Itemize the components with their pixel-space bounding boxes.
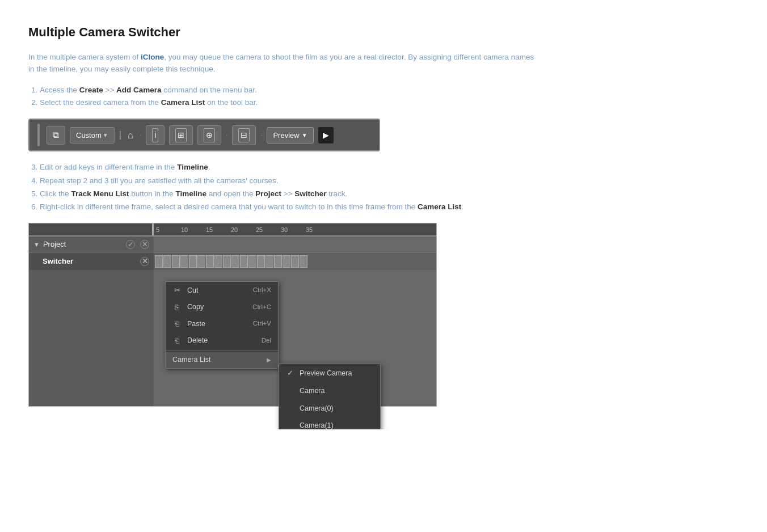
toolbar: ⧉ Custom ▼ | ⌂ · i ⊞ ⊕ · ⊟ · Preview ▼ ▶ <box>28 119 380 151</box>
switcher-row: Switcher ✕ <box>29 252 436 270</box>
ctx-camera-list-label: Camera List <box>172 354 261 365</box>
mark-30: 30 <box>281 225 306 235</box>
separator-1: | <box>119 128 121 142</box>
step-6: Right-click in different time frame, sel… <box>40 201 739 213</box>
sw-block <box>197 255 205 268</box>
delete-icon: ⎗ <box>172 335 182 347</box>
camera-submenu: ✓ Preview Camera Camera Camera(0) Camera… <box>279 364 381 429</box>
copy-button[interactable]: ⧉ <box>47 126 65 145</box>
grid-icon: ⊟ <box>238 128 250 142</box>
sub-camera[interactable]: Camera <box>279 382 380 400</box>
project-label: Project <box>43 239 66 250</box>
info-button[interactable]: i <box>146 125 165 145</box>
layers-button[interactable]: ⊕ <box>197 125 221 145</box>
sw-block <box>180 255 188 268</box>
ctx-paste-shortcut: Ctrl+V <box>253 319 271 328</box>
sub-camera-1-label: Camera(1) <box>300 420 334 429</box>
step-4: Repeat step 2 and 3 till you are satisfi… <box>40 175 739 187</box>
step-1: Access the Create >> Add Camera command … <box>40 85 739 96</box>
preview-arrow-icon: ▼ <box>302 131 307 140</box>
toolbar-divider <box>37 124 40 146</box>
sw-block <box>206 255 214 268</box>
check-icon: ✓ <box>287 368 295 379</box>
switcher-blocks <box>154 252 436 270</box>
timeline-body: ✂ Cut Ctrl+X ⎘ Copy Ctrl+C ⎗ Paste Ctrl+… <box>29 270 436 406</box>
steps-top-list: Access the Create >> Add Camera command … <box>28 85 739 109</box>
timeline-sidebar <box>29 270 154 406</box>
switcher-label-area: Switcher ✕ <box>29 252 154 270</box>
ctx-cut-label: Cut <box>187 285 247 296</box>
sw-block <box>240 255 248 268</box>
project-close-icon[interactable]: ✕ <box>140 240 149 249</box>
sw-block <box>274 255 282 268</box>
collapse-icon[interactable]: ▼ <box>33 240 40 250</box>
mark-15: 15 <box>206 225 231 235</box>
page-title: Multiple Camera Switcher <box>28 23 739 41</box>
switcher-track <box>154 252 436 270</box>
ctx-paste[interactable]: ⎗ Paste Ctrl+V <box>166 315 278 332</box>
sw-block <box>231 255 239 268</box>
intro-paragraph: In the multiple camera system of iClone,… <box>28 52 539 75</box>
context-menu: ✂ Cut Ctrl+X ⎘ Copy Ctrl+C ⎗ Paste Ctrl+… <box>165 281 279 369</box>
project-label-area: ▼ Project ✓ ✕ <box>29 237 154 252</box>
ctx-delete[interactable]: ⎗ Delete Del <box>166 332 278 349</box>
tl-number-row: 5 10 15 20 25 30 35 <box>154 223 436 235</box>
mark-25: 25 <box>256 225 281 235</box>
step-3: Edit or add keys in different frame in t… <box>40 162 739 173</box>
add-button[interactable]: ⊞ <box>169 125 193 145</box>
mark-10: 10 <box>181 225 206 235</box>
paste-icon: ⎗ <box>172 318 182 330</box>
copy-ctx-icon: ⎘ <box>172 302 182 313</box>
mark-35: 35 <box>306 225 331 235</box>
mark-5: 5 <box>156 225 181 235</box>
sub-preview-camera[interactable]: ✓ Preview Camera <box>279 364 380 382</box>
submenu-arrow-icon: ▶ <box>267 356 271 364</box>
tl-mark-spacing: 5 10 15 20 25 30 35 <box>156 223 331 235</box>
preview-dropdown[interactable]: Preview ▼ <box>267 127 313 144</box>
preview-label: Preview <box>273 130 299 141</box>
sw-block <box>266 255 273 268</box>
custom-dropdown[interactable]: Custom ▼ <box>70 127 115 144</box>
add-icon: ⊞ <box>175 128 187 142</box>
info-icon: i <box>152 128 158 142</box>
dropdown-arrow-icon: ▼ <box>103 131 108 140</box>
steps-bottom-list: Edit or add keys in different frame in t… <box>28 162 739 213</box>
play-cursor <box>152 223 154 235</box>
sw-block <box>163 255 171 268</box>
timeline-marker-row: 5 10 15 20 25 30 35 <box>29 223 436 236</box>
project-track <box>154 237 436 252</box>
sw-block <box>257 255 265 268</box>
home-icon[interactable]: ⌂ <box>126 127 135 144</box>
sw-block <box>214 255 222 268</box>
switcher-close-icon[interactable]: ✕ <box>140 257 149 266</box>
sw-block <box>300 255 307 268</box>
sw-block <box>291 255 299 268</box>
ctx-paste-label: Paste <box>187 319 247 330</box>
project-row: ▼ Project ✓ ✕ <box>29 236 436 252</box>
ctx-cut[interactable]: ✂ Cut Ctrl+X <box>166 282 278 299</box>
cut-icon: ✂ <box>172 285 182 296</box>
grid-button[interactable]: ⊟ <box>232 125 256 145</box>
camera-button[interactable]: ▶ <box>318 127 334 143</box>
ctx-delete-label: Delete <box>187 335 256 346</box>
step-5: Click the Track Menu List button in the … <box>40 188 739 200</box>
sub-camera-label: Camera <box>300 386 324 396</box>
ctx-cut-shortcut: Ctrl+X <box>253 285 271 295</box>
separator-4: · <box>260 130 262 140</box>
ctx-delete-shortcut: Del <box>262 336 271 345</box>
separator-3: · <box>226 130 227 140</box>
timeline-content: ✂ Cut Ctrl+X ⎘ Copy Ctrl+C ⎗ Paste Ctrl+… <box>154 270 436 406</box>
sub-camera-0-label: Camera(0) <box>300 403 334 414</box>
layers-icon: ⊕ <box>204 128 215 142</box>
step-2: Select the desired camera from the Camer… <box>40 97 739 108</box>
project-check-icon[interactable]: ✓ <box>126 240 135 249</box>
mark-20: 20 <box>231 225 256 235</box>
ctx-separator <box>166 350 278 351</box>
camera-icon: ▶ <box>323 130 329 140</box>
sw-block <box>223 255 231 268</box>
ctx-camera-list[interactable]: Camera List ▶ <box>166 352 278 368</box>
ctx-copy[interactable]: ⎘ Copy Ctrl+C <box>166 299 278 316</box>
sub-camera-1[interactable]: Camera(1) <box>279 417 380 429</box>
sub-camera-0[interactable]: Camera(0) <box>279 400 380 417</box>
sw-block <box>189 255 197 268</box>
